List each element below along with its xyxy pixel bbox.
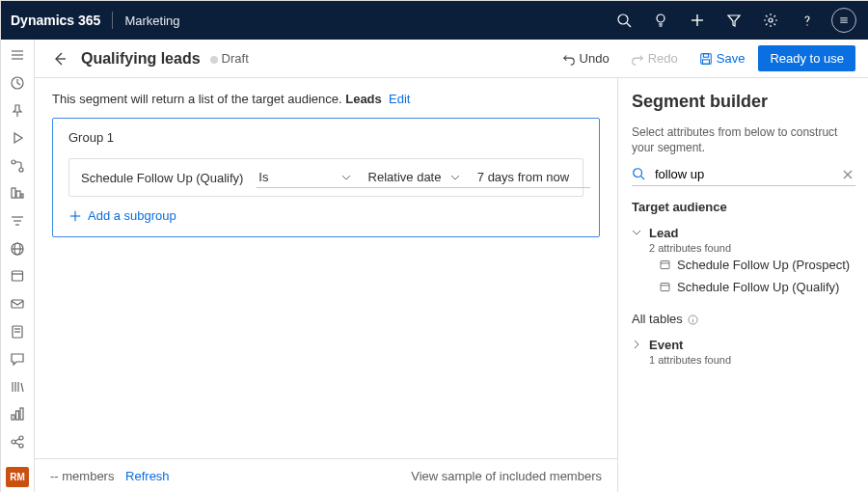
svg-rect-60: [661, 284, 669, 291]
calendar-icon[interactable]: [4, 266, 31, 287]
members-count: -- members: [50, 469, 114, 483]
play-icon[interactable]: [4, 128, 31, 149]
group-title: Group 1: [68, 130, 583, 145]
redo-button: Redo: [623, 47, 686, 69]
chat-icon[interactable]: [4, 349, 31, 369]
svg-point-19: [12, 160, 15, 164]
intro-prefix: This segment will return a list of the t…: [52, 92, 345, 106]
ready-to-use-button[interactable]: Ready to use: [758, 45, 855, 71]
svg-line-47: [15, 443, 19, 445]
svg-point-8: [769, 18, 773, 22]
svg-point-43: [12, 440, 15, 444]
edit-audience-link[interactable]: Edit: [389, 92, 410, 106]
svg-line-55: [641, 176, 645, 179]
journey-icon[interactable]: [4, 156, 31, 177]
undo-label: Undo: [580, 51, 610, 66]
tree-label: Schedule Follow Up (Qualify): [677, 280, 839, 294]
back-button[interactable]: [48, 47, 71, 70]
segment-icon[interactable]: [4, 211, 31, 232]
tree-count: 2 attributes found: [649, 242, 855, 254]
calendar-icon: [659, 259, 671, 271]
add-subgroup-button[interactable]: Add a subgroup: [68, 208, 583, 223]
svg-rect-23: [21, 194, 23, 198]
intro-audience: Leads: [345, 92, 382, 106]
tree-item-lead[interactable]: Lead: [632, 222, 855, 244]
tree-label: Event: [649, 338, 683, 352]
recent-icon[interactable]: [4, 73, 31, 94]
svg-rect-41: [16, 411, 19, 420]
value-input[interactable]: [475, 167, 590, 188]
svg-line-1: [627, 23, 631, 27]
status-indicator: Draft: [210, 51, 249, 66]
svg-rect-21: [12, 188, 15, 198]
svg-rect-22: [16, 191, 20, 198]
chevron-down-icon: [632, 228, 643, 239]
calendar-icon: [659, 281, 671, 293]
app-area[interactable]: Marketing: [124, 14, 179, 28]
global-nav: Dynamics 365 Marketing: [1, 1, 868, 40]
tree-count: 1 attributes found: [649, 354, 855, 366]
library-icon[interactable]: [4, 377, 31, 397]
mode-select[interactable]: [366, 167, 481, 188]
redo-label: Redo: [648, 51, 678, 66]
svg-point-45: [19, 444, 23, 448]
svg-point-20: [19, 168, 23, 172]
svg-rect-42: [20, 408, 23, 420]
chevron-right-icon: [632, 340, 643, 351]
svg-point-0: [618, 14, 628, 24]
clear-search-icon[interactable]: [840, 167, 855, 182]
hamburger-icon[interactable]: [4, 45, 31, 66]
user-badge[interactable]: RM: [6, 467, 29, 487]
criteria-row: Schedule Follow Up (Qualify): [68, 158, 583, 197]
tree-label: Lead: [649, 226, 678, 240]
form-icon[interactable]: [4, 321, 31, 342]
svg-point-9: [806, 24, 807, 25]
tree-label: Schedule Follow Up (Prospect): [677, 258, 850, 272]
search-icon[interactable]: [609, 5, 639, 36]
svg-line-39: [21, 383, 23, 392]
svg-rect-40: [12, 415, 14, 420]
attribute-search-input[interactable]: [651, 163, 840, 185]
globe-icon[interactable]: [4, 238, 31, 259]
svg-marker-7: [728, 15, 740, 26]
reports-icon[interactable]: [4, 404, 31, 424]
info-icon[interactable]: [688, 314, 698, 325]
data-icon[interactable]: [4, 183, 31, 204]
add-icon[interactable]: [682, 5, 713, 36]
svg-rect-30: [13, 271, 23, 281]
add-subgroup-label: Add a subgroup: [88, 208, 176, 223]
undo-button[interactable]: Undo: [555, 47, 617, 69]
settings-icon[interactable]: [755, 5, 786, 36]
pin-icon[interactable]: [4, 100, 31, 121]
view-sample-link[interactable]: View sample of included members: [411, 469, 602, 483]
intro-text: This segment will return a list of the t…: [52, 92, 600, 106]
svg-point-44: [19, 436, 23, 440]
all-tables-heading: All tables: [632, 312, 855, 326]
page-title: Qualifying leads: [81, 50, 201, 68]
connections-icon[interactable]: [4, 432, 31, 452]
attribute-search[interactable]: [632, 163, 855, 186]
help-icon[interactable]: [792, 5, 823, 36]
panel-title: Segment builder: [632, 92, 855, 112]
target-audience-heading: Target audience: [632, 200, 855, 214]
page-header: Qualifying leads Draft Undo Redo Save: [35, 40, 868, 78]
tree-item-event[interactable]: Event: [632, 334, 855, 356]
members-footer: -- members Refresh View sample of includ…: [35, 458, 617, 492]
svg-point-64: [692, 317, 693, 318]
tree-item-attribute-qualify[interactable]: Schedule Follow Up (Qualify): [659, 276, 855, 298]
lightbulb-icon[interactable]: [645, 5, 676, 36]
search-icon: [632, 167, 647, 182]
save-button[interactable]: Save: [692, 47, 753, 69]
svg-rect-58: [661, 261, 669, 269]
account-avatar[interactable]: [828, 5, 859, 36]
save-label: Save: [717, 51, 746, 66]
filter-icon[interactable]: [719, 5, 749, 36]
operator-select[interactable]: [257, 167, 371, 188]
svg-line-46: [15, 439, 19, 441]
svg-rect-32: [12, 300, 23, 308]
mail-icon[interactable]: [4, 294, 31, 314]
tree-item-attribute-prospect[interactable]: Schedule Follow Up (Prospect): [659, 254, 855, 276]
product-brand: Dynamics 365: [11, 13, 100, 28]
refresh-link[interactable]: Refresh: [125, 469, 170, 483]
svg-marker-18: [14, 133, 22, 143]
